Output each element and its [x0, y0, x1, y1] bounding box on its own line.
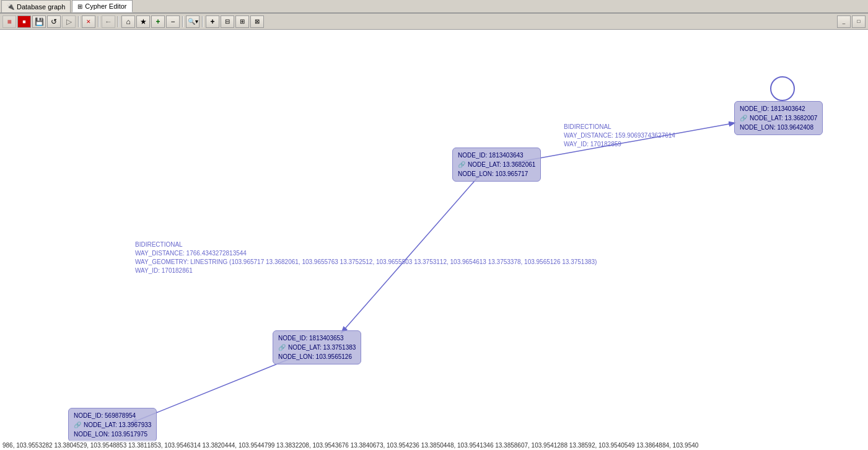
toolbar-btn-refresh[interactable]: ↺	[47, 15, 61, 28]
toolbar-btn-save[interactable]: 💾	[32, 15, 46, 28]
toolbar-sep-3	[118, 16, 119, 27]
rel-2-line2: WAY_DISTANCE: 1766.4343272813544	[135, 249, 597, 258]
node-1813403653-lon-line: NODE_LON: 103.9565126	[278, 352, 356, 361]
node-1813403653-id-line: NODE_ID: 1813403653	[278, 333, 356, 343]
node-1813403653-lat-line: 🔗 NODE_LAT: 13.3751383	[278, 343, 356, 352]
node-1813403653-icon: 🔗	[278, 343, 286, 352]
toolbar-btn-grid1[interactable]: ⊟	[221, 15, 234, 28]
toolbar: ■ ■ 💾 ↺ ▷ ✕ ← ⌂ ★ + − 🔍▾ + ⊟ ⊞ ⊠ _ □	[0, 14, 868, 30]
node-1813403642-id: NODE_ID: 1813403642	[740, 104, 805, 113]
node-1813403642-lon: NODE_LON: 103.9642408	[740, 123, 813, 132]
toolbar-sep-5	[202, 16, 203, 27]
rel-1-line1: BIDIRECTIONAL	[564, 123, 675, 131]
tab-cypher-editor[interactable]: ⊞ Cypher Editor	[72, 0, 132, 12]
tab-database-graph[interactable]: 🔌 Database graph	[1, 0, 71, 12]
node-1813403643-icon: 🔗	[458, 160, 465, 169]
toolbar-sep-1	[78, 16, 79, 27]
tab-database-graph-label: Database graph	[17, 3, 65, 11]
rel-1-line2: WAY_DISTANCE: 159.90693743627614	[564, 131, 675, 140]
node-1813403643-lon-line: NODE_LON: 103.965717	[458, 169, 535, 179]
circle-node[interactable]	[770, 76, 795, 101]
node-1813403653-lat: NODE_LAT: 13.3751383	[288, 343, 356, 352]
node-569878954-lat-line: 🔗 NODE_LAT: 13.3967933	[74, 420, 151, 430]
toolbar-btn-grid2[interactable]: ⊞	[235, 15, 249, 28]
toolbar-btn-maximize[interactable]: □	[852, 15, 866, 28]
cypher-editor-icon: ⊞	[77, 3, 82, 10]
rel-label-1: BIDIRECTIONAL WAY_DISTANCE: 159.90693743…	[564, 123, 675, 149]
node-569878954-id-line: NODE_ID: 569878954	[74, 411, 151, 420]
node-1813403643-lon: NODE_LON: 103.965717	[458, 169, 528, 179]
toolbar-btn-add[interactable]: +	[151, 15, 165, 28]
rel-2-line1: BIDIRECTIONAL	[135, 240, 597, 249]
node-1813403643-id-line: NODE_ID: 1813403643	[458, 151, 535, 160]
node-569878954[interactable]: NODE_ID: 569878954 🔗 NODE_LAT: 13.396793…	[68, 408, 157, 442]
rel-2-line3: WAY_GEOMETRY: LINESTRING (103.965717 13.…	[135, 258, 597, 267]
toolbar-btn-home[interactable]: ⌂	[121, 15, 135, 28]
arrows-overlay	[0, 30, 868, 450]
node-1813403642-lon-line: NODE_LON: 103.9642408	[740, 123, 817, 132]
toolbar-btn-remove[interactable]: −	[166, 15, 180, 28]
node-569878954-id: NODE_ID: 569878954	[74, 411, 136, 420]
bottom-scroll-text: 986, 103.9553282 13.3804529, 103.9548853…	[0, 441, 868, 450]
node-1813403653-id: NODE_ID: 1813403653	[278, 333, 344, 343]
toolbar-sep-2	[98, 16, 99, 27]
graph-canvas[interactable]: NODE_ID: 1813403642 🔗 NODE_LAT: 13.36820…	[0, 30, 868, 450]
toolbar-btn-minimize[interactable]: _	[837, 15, 851, 28]
node-1813403653-lon: NODE_LON: 103.9565126	[278, 352, 352, 361]
toolbar-btn-zoom-plus[interactable]: +	[206, 15, 219, 28]
node-569878954-lat: NODE_LAT: 13.3967933	[84, 420, 151, 430]
node-1813403643[interactable]: NODE_ID: 1813403643 🔗 NODE_LAT: 13.36820…	[452, 148, 541, 182]
toolbar-btn-bookmark[interactable]: ★	[136, 15, 150, 28]
toolbar-btn-run[interactable]: ▷	[62, 15, 76, 28]
toolbar-btn-back[interactable]: ←	[102, 15, 115, 28]
node-569878954-lon: NODE_LON: 103.9517975	[74, 430, 147, 439]
node-569878954-lon-line: NODE_LON: 103.9517975	[74, 430, 151, 439]
bottom-text-content: 986, 103.9553282 13.3804529, 103.9548853…	[2, 442, 698, 449]
database-graph-icon: 🔌	[7, 3, 14, 10]
toolbar-btn-stop[interactable]: ■	[2, 15, 16, 28]
toolbar-btn-grid3[interactable]: ⊠	[250, 15, 264, 28]
node-1813403642-lat: NODE_LAT: 13.3682007	[750, 113, 817, 123]
node-1813403642-icon: 🔗	[740, 113, 747, 123]
node-1813403642-id-line: NODE_ID: 1813403642	[740, 104, 817, 113]
toolbar-btn-close[interactable]: ✕	[82, 15, 95, 28]
tab-bar: 🔌 Database graph ⊞ Cypher Editor	[0, 0, 868, 14]
node-569878954-icon: 🔗	[74, 420, 81, 430]
toolbar-btn-stop2[interactable]: ■	[17, 15, 31, 28]
rel-label-2: BIDIRECTIONAL WAY_DISTANCE: 1766.4343272…	[135, 240, 597, 275]
node-1813403643-lat: NODE_LAT: 13.3682061	[468, 160, 535, 169]
node-1813403653[interactable]: NODE_ID: 1813403653 🔗 NODE_LAT: 13.37513…	[273, 330, 361, 364]
toolbar-sep-4	[182, 16, 183, 27]
tab-cypher-editor-label: Cypher Editor	[85, 2, 126, 10]
node-1813403642[interactable]: NODE_ID: 1813403642 🔗 NODE_LAT: 13.36820…	[734, 101, 823, 135]
toolbar-btn-zoom[interactable]: 🔍▾	[186, 15, 199, 28]
rel-1-line3: WAY_ID: 170182859	[564, 140, 675, 149]
rel-2-line4: WAY_ID: 170182861	[135, 267, 597, 275]
node-1813403643-lat-line: 🔗 NODE_LAT: 13.3682061	[458, 160, 535, 169]
node-1813403642-lat-line: 🔗 NODE_LAT: 13.3682007	[740, 113, 817, 123]
node-1813403643-id: NODE_ID: 1813403643	[458, 151, 524, 160]
